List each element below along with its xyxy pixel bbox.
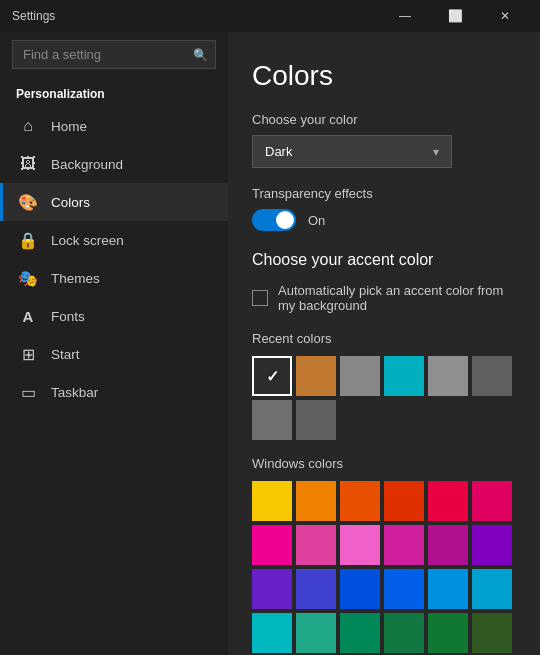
maximize-button[interactable]: ⬜ bbox=[432, 0, 478, 32]
main-content: Colors Choose your color Dark ▾ Transpar… bbox=[228, 32, 540, 655]
sidebar-item-colors-label: Colors bbox=[51, 195, 90, 210]
sidebar-item-background-label: Background bbox=[51, 157, 123, 172]
search-container: 🔍 bbox=[12, 40, 216, 69]
window-controls: — ⬜ ✕ bbox=[382, 0, 528, 32]
transparency-state: On bbox=[308, 213, 325, 228]
windows-color-swatch[interactable] bbox=[252, 481, 292, 521]
transparency-row: On bbox=[252, 209, 516, 231]
recent-colors-grid bbox=[252, 356, 516, 440]
recent-color-swatch[interactable] bbox=[296, 356, 336, 396]
windows-color-swatch[interactable] bbox=[340, 525, 380, 565]
transparency-label: Transparency effects bbox=[252, 186, 516, 201]
recent-colors-label: Recent colors bbox=[252, 331, 516, 346]
windows-color-swatch[interactable] bbox=[428, 613, 468, 653]
minimize-button[interactable]: — bbox=[382, 0, 428, 32]
recent-color-swatch[interactable] bbox=[428, 356, 468, 396]
windows-color-swatch[interactable] bbox=[340, 613, 380, 653]
title-bar: Settings — ⬜ ✕ bbox=[0, 0, 540, 32]
windows-color-swatch[interactable] bbox=[472, 525, 512, 565]
windows-color-swatch[interactable] bbox=[252, 569, 292, 609]
sidebar-item-fonts[interactable]: A Fonts bbox=[0, 297, 228, 335]
sidebar-item-fonts-label: Fonts bbox=[51, 309, 85, 324]
windows-color-swatch[interactable] bbox=[428, 481, 468, 521]
windows-color-swatch[interactable] bbox=[296, 481, 336, 521]
recent-color-swatch[interactable] bbox=[384, 356, 424, 396]
windows-color-swatch[interactable] bbox=[472, 569, 512, 609]
sidebar-item-start-label: Start bbox=[51, 347, 80, 362]
start-icon: ⊞ bbox=[19, 345, 37, 363]
windows-color-swatch[interactable] bbox=[296, 613, 336, 653]
background-icon: 🖼 bbox=[19, 155, 37, 173]
recent-color-swatch[interactable] bbox=[252, 356, 292, 396]
windows-color-swatch[interactable] bbox=[340, 569, 380, 609]
colors-icon: 🎨 bbox=[19, 193, 37, 211]
windows-color-swatch[interactable] bbox=[252, 613, 292, 653]
windows-color-swatch[interactable] bbox=[428, 569, 468, 609]
sidebar-item-colors[interactable]: 🎨 Colors bbox=[0, 183, 228, 221]
auto-accent-row: Automatically pick an accent color from … bbox=[252, 283, 516, 313]
app-container: 🔍 Personalization ⌂ Home 🖼 Background 🎨 … bbox=[0, 32, 540, 655]
recent-color-swatch[interactable] bbox=[296, 400, 336, 440]
windows-color-swatch[interactable] bbox=[472, 481, 512, 521]
choose-color-label: Choose your color bbox=[252, 112, 516, 127]
windows-color-swatch[interactable] bbox=[340, 481, 380, 521]
windows-color-swatch[interactable] bbox=[384, 613, 424, 653]
sidebar-item-themes-label: Themes bbox=[51, 271, 100, 286]
sidebar-item-taskbar[interactable]: ▭ Taskbar bbox=[0, 373, 228, 411]
color-dropdown[interactable]: Dark ▾ bbox=[252, 135, 452, 168]
toggle-knob bbox=[276, 211, 294, 229]
windows-color-swatch[interactable] bbox=[384, 569, 424, 609]
windows-colors-grid bbox=[252, 481, 516, 655]
sidebar-item-home-label: Home bbox=[51, 119, 87, 134]
search-icon: 🔍 bbox=[193, 48, 208, 62]
themes-icon: 🎭 bbox=[19, 269, 37, 287]
windows-color-swatch[interactable] bbox=[428, 525, 468, 565]
sidebar-item-taskbar-label: Taskbar bbox=[51, 385, 98, 400]
windows-color-swatch[interactable] bbox=[384, 481, 424, 521]
fonts-icon: A bbox=[19, 307, 37, 325]
sidebar-item-start[interactable]: ⊞ Start bbox=[0, 335, 228, 373]
auto-accent-checkbox[interactable] bbox=[252, 290, 268, 306]
accent-heading: Choose your accent color bbox=[252, 251, 516, 269]
sidebar-item-home[interactable]: ⌂ Home bbox=[0, 107, 228, 145]
sidebar: 🔍 Personalization ⌂ Home 🖼 Background 🎨 … bbox=[0, 32, 228, 655]
search-input[interactable] bbox=[12, 40, 216, 69]
sidebar-item-lockscreen-label: Lock screen bbox=[51, 233, 124, 248]
sidebar-item-background[interactable]: 🖼 Background bbox=[0, 145, 228, 183]
sidebar-item-lockscreen[interactable]: 🔒 Lock screen bbox=[0, 221, 228, 259]
auto-accent-label: Automatically pick an accent color from … bbox=[278, 283, 516, 313]
recent-color-swatch[interactable] bbox=[252, 400, 292, 440]
transparency-toggle[interactable] bbox=[252, 209, 296, 231]
windows-color-swatch[interactable] bbox=[296, 569, 336, 609]
app-title: Settings bbox=[12, 9, 55, 23]
windows-color-swatch[interactable] bbox=[296, 525, 336, 565]
sidebar-section-label: Personalization bbox=[0, 77, 228, 107]
home-icon: ⌂ bbox=[19, 117, 37, 135]
windows-color-swatch[interactable] bbox=[384, 525, 424, 565]
taskbar-icon: ▭ bbox=[19, 383, 37, 401]
dropdown-value: Dark bbox=[265, 144, 292, 159]
windows-colors-label: Windows colors bbox=[252, 456, 516, 471]
recent-color-swatch[interactable] bbox=[472, 356, 512, 396]
chevron-down-icon: ▾ bbox=[433, 145, 439, 159]
windows-color-swatch[interactable] bbox=[472, 613, 512, 653]
close-button[interactable]: ✕ bbox=[482, 0, 528, 32]
sidebar-item-themes[interactable]: 🎭 Themes bbox=[0, 259, 228, 297]
page-title: Colors bbox=[252, 60, 516, 92]
lockscreen-icon: 🔒 bbox=[19, 231, 37, 249]
windows-color-swatch[interactable] bbox=[252, 525, 292, 565]
recent-color-swatch[interactable] bbox=[340, 356, 380, 396]
